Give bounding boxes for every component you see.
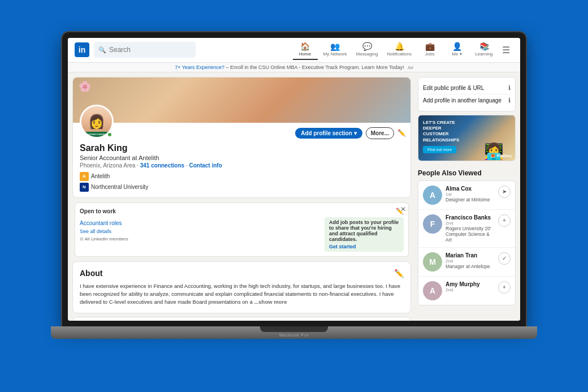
main-content: 🌸 👩 #OPENTOWORK Add prof [68, 72, 520, 321]
connections-link[interactable]: 341 connections [140, 162, 184, 169]
laptop-notch [260, 326, 328, 332]
pav-action-alma[interactable]: ➤ [498, 186, 511, 198]
about-edit-icon[interactable]: ✏️ [394, 269, 404, 278]
pav-action-marian[interactable]: ✓ [498, 252, 511, 265]
add-section-label: Add profile section [301, 130, 352, 136]
edit-profile-url-text: Edit public profile & URL [423, 85, 484, 91]
ad-tag: Ad [408, 65, 413, 70]
pav-avatar-marian: M [423, 252, 442, 272]
otw-header: Open to work ✏️ [80, 208, 404, 215]
featured-section: Featured See all ‹ › ＋ ✏️ The Inter [72, 317, 411, 320]
ad-headline: LET'S CREATE DEEPER CUSTOMER RELATIONSHI… [423, 120, 462, 144]
otw-close-button[interactable]: ✕ [400, 205, 406, 213]
browser-window: in 🔍 🏠 Home 👥 My Network 💬 [68, 38, 520, 321]
pav-info-alma: Alma Cox 1st Designer at Mintome [446, 186, 495, 203]
about-title: About [80, 269, 102, 278]
more-button[interactable]: More... [366, 127, 394, 139]
about-text: I have extensive experience in Finance a… [80, 282, 404, 307]
pav-role-alma: Designer at Mintome [446, 197, 495, 203]
nav-messaging[interactable]: 💬 Messaging [353, 40, 382, 60]
pav-role-marian: Manager at Antelope [446, 264, 495, 269]
nav-notifications-label: Notifications [387, 51, 412, 57]
sidebar: Edit public profile & URL ℹ Add profile … [416, 72, 520, 321]
pav-degree-marian: 2nd [446, 259, 495, 264]
nav-notifications[interactable]: 🔔 Notifications [383, 40, 415, 60]
edit-profile-url-link[interactable]: Edit public profile & URL ℹ [423, 82, 511, 94]
fixdex-icon: 🦊 [490, 153, 497, 158]
nav-network-label: My Network [323, 51, 347, 57]
pav-avatar-francisco: F [423, 214, 442, 234]
laptop-screen: in 🔍 🏠 Home 👥 My Network 💬 [62, 32, 526, 326]
cover-decoration: 🌸 [79, 80, 91, 93]
hamburger-menu[interactable]: ☰ [499, 42, 513, 58]
nav-home-label: Home [299, 51, 311, 57]
nav-jobs[interactable]: 💼 Jobs [417, 40, 442, 60]
pav-degree-alma: 1st [446, 192, 495, 197]
pav-info-marian: Marian Tran 2nd Manager at Antelope [446, 252, 495, 269]
search-bar[interactable]: 🔍 [94, 42, 196, 58]
about-header: About ✏️ [80, 269, 404, 278]
nav-items: 🏠 Home 👥 My Network 💬 Messaging 🔔 Notifi… [293, 40, 514, 60]
profile-card: 🌸 👩 #OPENTOWORK Add prof [72, 77, 411, 198]
company-northcentral: N Northcentral University [80, 183, 404, 192]
nav-messaging-label: Messaging [356, 51, 378, 57]
laptop-frame: in 🔍 🏠 Home 👥 My Network 💬 [51, 32, 537, 360]
pav-action-amy[interactable]: + [498, 281, 511, 294]
nav-home[interactable]: 🏠 Home [293, 40, 318, 60]
about-content: I have extensive experience in Finance a… [80, 283, 400, 305]
otw-see-all[interactable]: See all details [80, 229, 325, 234]
online-indicator [107, 132, 113, 137]
about-section: About ✏️ I have extensive experience in … [72, 261, 411, 314]
pav-item-francisco: F Francisco Banks 2nd Rogers University … [418, 210, 515, 248]
jobs-icon: 💼 [425, 42, 435, 51]
northcentral-name: Northcentral University [91, 184, 148, 190]
otw-add-jobs: Add job posts to your profile to share t… [325, 217, 404, 252]
antelith-logo: A [80, 172, 89, 181]
sidebar-profile-links: Edit public profile & URL ℹ Add profile … [418, 77, 516, 111]
pav-avatar-alma: A [423, 186, 442, 205]
nav-learning-label: Learning [475, 51, 492, 57]
ad-image: LET'S CREATE DEEPER CUSTOMER RELATIONSHI… [418, 115, 515, 161]
linkedin-logo: in [75, 42, 89, 57]
otw-role[interactable]: Accountant roles [80, 220, 122, 226]
pav-item-marian: M Marian Tran 2nd Manager at Antelope ✓ [418, 248, 515, 277]
network-icon: 👥 [330, 42, 340, 51]
pav-info-francisco: Francisco Banks 2nd Rogers University 20… [446, 214, 495, 243]
search-input[interactable] [109, 46, 183, 54]
pav-action-francisco[interactable]: + [498, 214, 511, 227]
nav-network[interactable]: 👥 My Network [320, 40, 351, 60]
add-language-profile-link[interactable]: Add profile in another language ℹ [423, 94, 511, 106]
profile-companies: A Antelith N Northcentral University [80, 172, 404, 192]
northcentral-logo: N [80, 183, 89, 192]
contact-info-link[interactable]: Contact info [189, 162, 222, 169]
nav-me[interactable]: 👤 Me ▾ [444, 40, 469, 60]
edit-profile-url-icon: ℹ [508, 84, 511, 92]
edit-profile-icon[interactable]: ✏️ [397, 129, 406, 137]
location-text: Phoenix, Arizona Area [80, 162, 135, 169]
pav-name-marian[interactable]: Marian Tran [446, 252, 495, 259]
ad-text: – Enroll in the CSU Online MBA - Executi… [226, 64, 404, 70]
otw-title: Open to work [80, 208, 116, 214]
learning-icon: 📚 [479, 42, 489, 51]
ad-brand-name: FixDex [497, 153, 512, 158]
pav-name-amy[interactable]: Amy Murphy [446, 281, 495, 287]
pav-name-alma[interactable]: Alma Cox [446, 186, 495, 192]
me-avatar-icon: 👤 [452, 42, 462, 51]
otw-content: Accountant roles See all details ⊙ All L… [80, 217, 404, 252]
get-started-link[interactable]: Get started [329, 244, 399, 249]
search-icon: 🔍 [98, 46, 106, 54]
add-profile-section-button[interactable]: Add profile section ▾ [295, 128, 362, 139]
pav-name-francisco[interactable]: Francisco Banks [446, 214, 495, 221]
nav-learning[interactable]: 📚 Learning [472, 40, 496, 60]
pav-item-alma: A Alma Cox 1st Designer at Mintome ➤ [418, 181, 515, 210]
pav-info-amy: Amy Murphy 2nd [446, 281, 495, 292]
show-more-link[interactable]: ...show more [254, 299, 287, 305]
otw-add-jobs-title: Add job posts to your profile to share t… [329, 219, 399, 242]
nav-me-label: Me ▾ [452, 51, 461, 57]
open-to-work-card: Open to work ✏️ Accountant roles See all… [75, 203, 409, 257]
antelith-name: Antelith [91, 173, 110, 179]
home-icon: 🏠 [300, 42, 310, 51]
sidebar-ad-card: LET'S CREATE DEEPER CUSTOMER RELATIONSHI… [418, 115, 516, 161]
ad-cta-button[interactable]: Find out more [423, 146, 456, 153]
ad-link[interactable]: 7+ Years Experience? [175, 64, 224, 70]
